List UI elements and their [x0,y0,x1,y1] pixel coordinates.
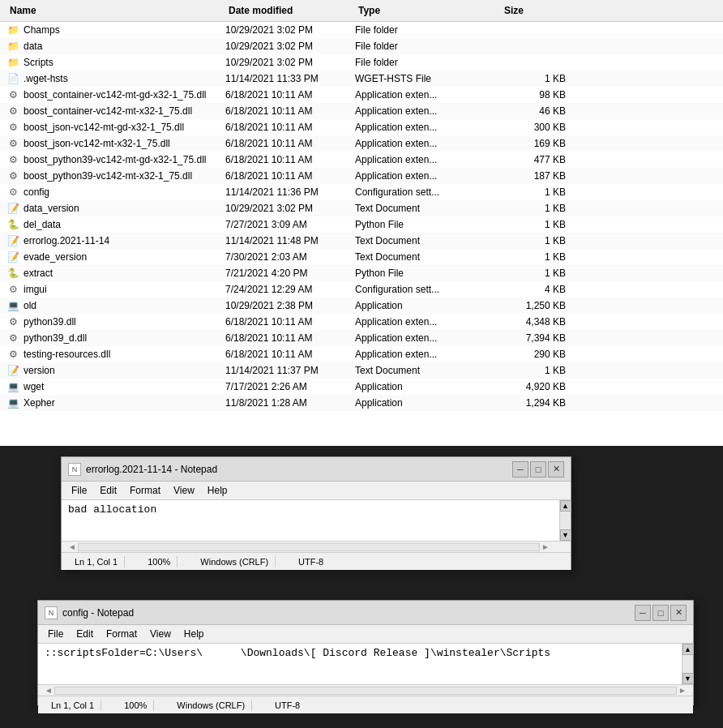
table-row[interactable]: 💻 old 10/29/2021 2:38 PM Application 1,2… [0,298,723,314]
menu-view-1[interactable]: View [167,483,201,498]
file-date: 11/8/2021 1:28 AM [225,397,355,409]
file-icon: ⚙ [6,348,19,361]
table-row[interactable]: 📁 Champs 10/29/2021 3:02 PM File folder [0,22,723,38]
menu-file-2[interactable]: File [41,627,70,641]
file-name: config [24,186,49,198]
maximize-btn-1[interactable]: □ [530,461,546,477]
file-size: 1 KB [501,268,566,279]
col-date[interactable]: Date modified [225,3,355,18]
file-explorer-header: Name Date modified Type Size [0,0,723,22]
table-row[interactable]: 🐍 del_data 7/27/2021 3:09 AM Python File… [0,216,723,233]
file-size: 169 KB [501,138,566,149]
file-name: version [24,365,55,376]
table-row[interactable]: 📝 version 11/14/2021 11:37 PM Text Docum… [0,362,723,379]
scroll-up-1[interactable]: ▲ [560,500,571,512]
menu-format-1[interactable]: Format [123,483,167,498]
file-name: testing-resources.dll [24,349,110,360]
file-type: Application [355,397,501,409]
table-row[interactable]: ⚙ boost_container-vc142-mt-gd-x32-1_75.d… [0,87,723,103]
col-type[interactable]: Type [355,3,501,18]
table-row[interactable]: 📄 .wget-hsts 11/14/2021 11:33 PM WGET-HS… [0,71,723,87]
file-type: Application exten... [355,138,501,149]
file-type: Application exten... [355,170,501,182]
notepad-menubar-2: File Edit Format View Help [38,625,693,644]
file-icon: 💻 [6,396,19,409]
minimize-btn-2[interactable]: ─ [635,605,651,621]
table-row[interactable]: 📁 Scripts 10/29/2021 3:02 PM File folder [0,54,723,71]
scroll-track-2 [682,655,693,673]
table-row[interactable]: 📝 data_version 10/29/2021 3:02 PM Text D… [0,200,723,216]
table-row[interactable]: 📝 errorlog.2021-11-14 11/14/2021 11:48 P… [0,233,723,249]
status-encoding-1: UTF-8 [292,556,330,567]
scrollbar-1: ▲ ▼ [559,500,571,541]
menu-file-1[interactable]: File [65,483,93,498]
menu-edit-1[interactable]: Edit [93,483,123,498]
file-icon: 📝 [6,234,19,247]
menu-help-2[interactable]: Help [178,627,211,641]
notepad-content-2[interactable]: ::scriptsFolder=C:\Users\ \Downloads\[ D… [38,644,682,684]
file-size: 1,294 KB [501,397,566,409]
table-row[interactable]: ⚙ python39.dll 6/18/2021 10:11 AM Applic… [0,314,723,330]
file-type: Application exten... [355,105,501,117]
file-size: 290 KB [501,349,566,360]
table-row[interactable]: 💻 wget 7/17/2021 2:26 AM Application 4,9… [0,379,723,395]
scroll-down-1[interactable]: ▼ [560,529,571,541]
file-name: boost_container-vc142-mt-gd-x32-1_75.dll [24,89,206,101]
file-name: del_data [24,219,61,230]
close-btn-1[interactable]: ✕ [548,461,564,477]
file-name: boost_python39-vc142-mt-x32-1_75.dll [24,170,192,182]
menu-edit-2[interactable]: Edit [70,627,100,641]
file-name: imgui [24,284,47,295]
minimize-btn-1[interactable]: ─ [512,461,528,477]
scroll-down-2[interactable]: ▼ [682,673,694,684]
table-row[interactable]: 💻 Xepher 11/8/2021 1:28 AM Application 1… [0,395,723,411]
file-name: Scripts [24,57,53,68]
table-row[interactable]: ⚙ testing-resources.dll 6/18/2021 10:11 … [0,346,723,362]
table-row[interactable]: ⚙ python39_d.dll 6/18/2021 10:11 AM Appl… [0,330,723,346]
scroll-up-2[interactable]: ▲ [682,644,694,655]
file-date: 6/18/2021 10:11 AM [225,105,355,117]
table-row[interactable]: 📝 evade_version 7/30/2021 2:03 AM Text D… [0,249,723,265]
file-date: 11/14/2021 11:37 PM [225,365,355,376]
col-size[interactable]: Size [501,3,566,18]
table-row[interactable]: 🐍 extract 7/21/2021 4:20 PM Python File … [0,265,723,281]
file-name: data_version [24,203,79,214]
menu-format-2[interactable]: Format [100,627,143,641]
file-type: Python File [355,219,501,230]
file-type: Application exten... [355,316,501,328]
notepad-content-1[interactable]: bad allocation [62,500,559,541]
close-btn-2[interactable]: ✕ [670,605,687,621]
menu-view-2[interactable]: View [143,627,178,641]
table-row[interactable]: ⚙ config 11/14/2021 11:36 PM Configurati… [0,184,723,200]
file-size: 4,348 KB [501,316,566,328]
titlebar-left-2: N config - Notepad [45,606,134,619]
file-icon: ⚙ [6,137,19,150]
content-area-2: ::scriptsFolder=C:\Users\ \Downloads\[ D… [38,644,693,684]
file-date: 6/18/2021 10:11 AM [225,316,355,328]
notepad-icon-1: N [68,463,81,476]
status-zoom-2: 100% [118,700,154,711]
file-size: 1 KB [501,203,566,214]
file-date: 7/17/2021 2:26 AM [225,381,355,392]
file-date: 10/29/2021 3:02 PM [225,24,355,36]
col-name[interactable]: Name [6,3,225,18]
table-row[interactable]: ⚙ boost_python39-vc142-mt-x32-1_75.dll 6… [0,168,723,184]
table-row[interactable]: ⚙ boost_container-vc142-mt-x32-1_75.dll … [0,103,723,119]
file-icon: 📁 [6,24,19,36]
file-date: 10/29/2021 3:02 PM [225,203,355,214]
file-name: python39.dll [24,316,76,328]
maximize-btn-2[interactable]: □ [652,605,669,621]
table-row[interactable]: ⚙ imgui 7/24/2021 12:29 AM Configuration… [0,281,723,298]
table-row[interactable]: 📁 data 10/29/2021 3:02 PM File folder [0,38,723,54]
menu-help-1[interactable]: Help [201,483,234,498]
table-row[interactable]: ⚙ boost_json-vc142-mt-gd-x32-1_75.dll 6/… [0,119,723,135]
file-icon: 🐍 [6,267,19,280]
file-type: File folder [355,41,501,52]
file-size: 1 KB [501,219,566,230]
file-date: 7/21/2021 4:20 PM [225,268,355,279]
table-row[interactable]: ⚙ boost_json-vc142-mt-x32-1_75.dll 6/18/… [0,135,723,152]
file-name: boost_json-vc142-mt-gd-x32-1_75.dll [24,122,184,133]
table-row[interactable]: ⚙ boost_python39-vc142-mt-gd-x32-1_75.dl… [0,152,723,168]
content-area-1: bad allocation ▲ ▼ [62,500,571,541]
file-type: Text Document [355,251,501,263]
